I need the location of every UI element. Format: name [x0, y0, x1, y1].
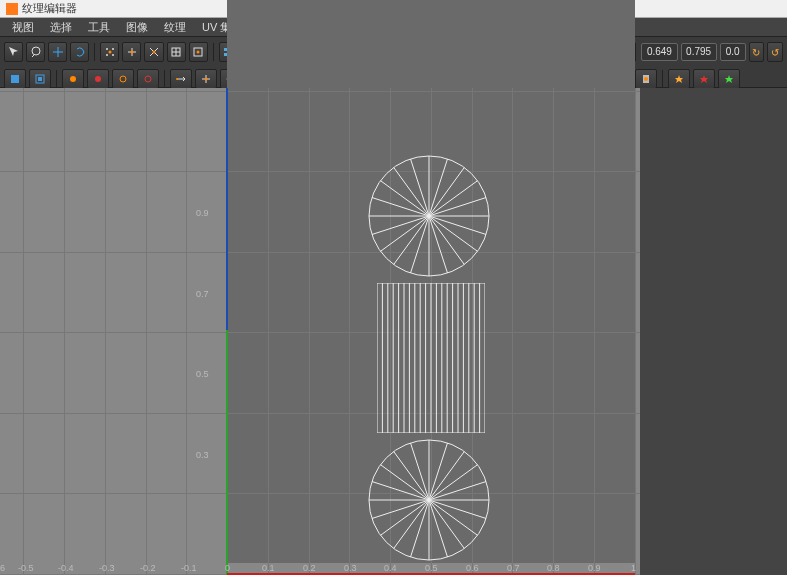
ruler-x-i: 0.2: [303, 563, 316, 573]
uv-cap-bottom[interactable]: [367, 438, 491, 562]
ruler-x-h: 0.1: [262, 563, 275, 573]
ruler-y-05: 0.5: [196, 369, 209, 379]
lasso-tool-icon[interactable]: [26, 42, 45, 62]
ruler-x-e: -0.2: [140, 563, 156, 573]
snap-e-icon[interactable]: [189, 42, 208, 62]
ruler-x-d: -0.3: [99, 563, 115, 573]
svg-point-7: [152, 51, 155, 54]
svg-line-123: [381, 500, 430, 535]
svg-line-90: [429, 159, 448, 216]
svg-line-132: [429, 452, 464, 501]
svg-line-83: [372, 216, 429, 235]
coord-y-field[interactable]: 0.795: [681, 43, 717, 61]
svg-line-122: [394, 500, 429, 549]
svg-line-117: [429, 500, 478, 535]
svg-line-133: [429, 465, 478, 500]
svg-line-86: [381, 181, 430, 216]
rotate-uv-icon[interactable]: [70, 42, 89, 62]
ruler-x-g: 0: [225, 563, 230, 573]
svg-point-43: [95, 76, 101, 82]
ruler-x-k: 0.4: [384, 563, 397, 573]
svg-point-45: [145, 76, 151, 82]
shell-select-b-icon[interactable]: [29, 69, 51, 89]
move-uv-icon[interactable]: [48, 42, 67, 62]
star-c-icon[interactable]: [718, 69, 740, 89]
snap-d-icon[interactable]: [167, 42, 186, 62]
svg-line-76: [429, 216, 478, 251]
viewport-gutter: [640, 88, 787, 575]
axis-v-green: [226, 330, 228, 575]
svg-point-46: [176, 78, 178, 80]
svg-line-127: [381, 465, 430, 500]
ruler-x-n: 0.7: [507, 563, 520, 573]
svg-line-134: [429, 482, 486, 501]
ruler-x-q: 1: [631, 563, 636, 573]
ruler-y-09: 0.9: [196, 208, 209, 218]
svg-point-10: [197, 51, 200, 54]
center-dot-icon[interactable]: [195, 69, 217, 89]
svg-point-2: [112, 48, 114, 50]
svg-line-78: [429, 216, 448, 273]
app-logo-icon: [6, 3, 18, 15]
svg-point-42: [70, 76, 76, 82]
svg-point-47: [205, 78, 208, 81]
ruler-x-l: 0.5: [425, 563, 438, 573]
snap-a-icon[interactable]: [100, 42, 119, 62]
page-d-icon[interactable]: [635, 69, 657, 89]
axis-z-icon[interactable]: [112, 69, 134, 89]
ruler-x-c: -0.4: [58, 563, 74, 573]
svg-line-118: [429, 500, 464, 549]
axis-w-icon[interactable]: [137, 69, 159, 89]
star-b-icon[interactable]: [693, 69, 715, 89]
svg-point-4: [112, 54, 114, 56]
axis-v-blue: [226, 88, 228, 330]
svg-line-116: [429, 500, 486, 519]
svg-line-85: [372, 198, 429, 217]
menu-select[interactable]: 选择: [42, 18, 80, 37]
menu-tools[interactable]: 工具: [80, 18, 118, 37]
svg-line-92: [429, 181, 478, 216]
menu-texture[interactable]: 纹理: [156, 18, 194, 37]
menu-view[interactable]: 视图: [4, 18, 42, 37]
svg-line-124: [372, 500, 429, 519]
svg-line-88: [411, 159, 430, 216]
rot-reset-icon[interactable]: ↻: [749, 42, 765, 62]
svg-line-82: [381, 216, 430, 251]
uv-canvas[interactable]: 0.9 0.7 0.5 0.3 6 -0.5 -0.4 -0.3 -0.2 -0…: [0, 88, 640, 575]
svg-point-5: [108, 51, 111, 54]
svg-line-121: [411, 500, 430, 557]
uv-viewport[interactable]: 0.9 0.7 0.5 0.3 6 -0.5 -0.4 -0.3 -0.2 -0…: [0, 88, 787, 575]
arrow-dot-icon[interactable]: [170, 69, 192, 89]
svg-point-72: [644, 77, 648, 81]
menu-image[interactable]: 图像: [118, 18, 156, 37]
star-a-icon[interactable]: [668, 69, 690, 89]
rot-ccw-icon[interactable]: ↺: [767, 42, 783, 62]
svg-line-131: [429, 443, 448, 500]
snap-c-icon[interactable]: [144, 42, 163, 62]
ruler-x-a: 6: [0, 563, 5, 573]
snap-b-icon[interactable]: [122, 42, 141, 62]
svg-point-44: [120, 76, 126, 82]
svg-line-129: [411, 443, 430, 500]
ruler-x-p: 0.9: [588, 563, 601, 573]
svg-line-91: [429, 168, 464, 217]
uv-body[interactable]: [377, 283, 485, 433]
select-tool-icon[interactable]: [4, 42, 23, 62]
svg-point-3: [106, 54, 108, 56]
window-title: 纹理编辑器: [22, 1, 77, 16]
shell-select-a-icon[interactable]: [4, 69, 26, 89]
rotation-field[interactable]: 0.0: [720, 43, 746, 61]
ruler-x-b: -0.5: [18, 563, 34, 573]
axis-y-icon[interactable]: [87, 69, 109, 89]
svg-point-6: [130, 51, 133, 54]
svg-line-93: [429, 198, 486, 217]
uv-cap-top[interactable]: [367, 154, 491, 278]
svg-line-75: [429, 216, 486, 235]
coord-x-field[interactable]: 0.649: [641, 43, 677, 61]
svg-line-126: [372, 482, 429, 501]
svg-line-81: [394, 216, 429, 265]
svg-line-119: [429, 500, 448, 557]
ruler-y-03: 0.3: [196, 450, 209, 460]
axis-x-icon[interactable]: [62, 69, 84, 89]
svg-point-0: [32, 47, 40, 55]
